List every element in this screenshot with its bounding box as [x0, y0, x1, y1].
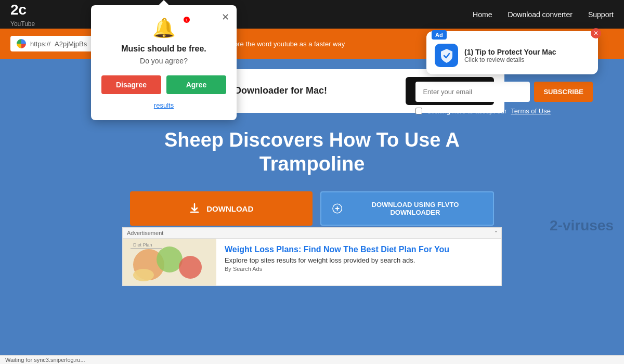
newsletter-section: SIGN UP FOR OUR SPECIAL OFFERS NEWSLETTE…: [415, 69, 593, 115]
popup-bell-area: 🔔 1: [101, 16, 226, 39]
nav-links: Home Download converter Support: [473, 10, 614, 19]
mac-ad-close-button[interactable]: ✕: [591, 28, 601, 38]
download-label: DOWNLOAD: [206, 204, 253, 213]
mac-ad-text: (1) Tip to Protect Your Mac Click to rev…: [464, 48, 556, 63]
ad-source: By Search Ads: [225, 266, 493, 272]
status-bar: Waiting for sync3.sniperlog.ru...: [0, 355, 624, 364]
shield-icon: [435, 44, 458, 67]
download-row: DOWNLOAD DOWNLOAD USING FLVTO DOWNLOADER: [130, 191, 494, 226]
status-text: Waiting for sync3.sniperlog.ru...: [5, 357, 85, 363]
terms-text: Clicking here to accept our: [426, 107, 506, 115]
popup-title: Music should be free.: [101, 44, 226, 54]
terms-checkbox[interactable]: [415, 108, 422, 114]
ad-title[interactable]: Weight Loss Plans: Find Now The Best Die…: [225, 245, 493, 254]
search-url-text: https://: [30, 40, 50, 48]
food-svg: Diet Plan: [123, 239, 216, 285]
ad-header: Advertisement ": [123, 228, 501, 239]
svg-point-6: [157, 246, 183, 272]
download-flvto-button[interactable]: DOWNLOAD USING FLVTO DOWNLOADER: [320, 191, 495, 226]
site-subtitle: YouTube: [10, 20, 35, 28]
shield-svg: [440, 48, 453, 63]
watermark: 2-viruses: [550, 217, 614, 234]
popup-subtitle: Do you agree?: [101, 57, 226, 65]
ad-badge: Ad: [432, 30, 447, 40]
mac-ad-title: (1) Tip to Protect Your Mac: [464, 48, 556, 56]
svg-point-7: [179, 256, 202, 279]
site-logo: 2c: [10, 2, 32, 18]
bottom-ad: Advertisement " Diet Plan Weight Loss Pl…: [122, 227, 502, 286]
ad-image: Diet Plan: [123, 239, 216, 285]
terms-row: Clicking here to accept our Terms of Use: [415, 107, 593, 115]
flvto-label: DOWNLOAD USING FLVTO DOWNLOADER: [348, 201, 483, 216]
agree-button[interactable]: Agree: [166, 75, 226, 94]
nav-home[interactable]: Home: [473, 10, 492, 19]
ad-text: Weight Loss Plans: Find Now The Best Die…: [216, 239, 501, 285]
ad-close-icon[interactable]: ": [495, 230, 497, 236]
subscribe-button[interactable]: SUBSCRIBE: [534, 82, 593, 102]
nav-support[interactable]: Support: [588, 10, 614, 19]
popup-buttons: Disagree Agree: [101, 75, 226, 94]
logo-area: 2c YouTube: [10, 2, 35, 28]
popup-results: results: [101, 100, 226, 110]
notification-badge: 1: [184, 17, 190, 23]
download-icon: [189, 203, 200, 214]
video-title: Sheep Discovers How To Use A Trampoline: [156, 128, 468, 176]
flvto-icon: [332, 203, 343, 214]
email-input[interactable]: [415, 82, 530, 102]
notification-popup: ✕ 🔔 1 Music should be free. Do you agree…: [91, 5, 237, 120]
mac-ad-inner: (1) Tip to Protect Your Mac Click to rev…: [435, 44, 556, 67]
ad-description: Explore top sites results for weight los…: [225, 256, 493, 264]
ad-content: Diet Plan Weight Loss Plans: Find Now Th…: [123, 239, 501, 285]
mac-ad-notification[interactable]: Ad ✕ (1) Tip to Protect Your Mac Click t…: [426, 31, 598, 74]
search-url-suffix: A2pjMjpBs: [55, 40, 87, 48]
nav-download-converter[interactable]: Download converter: [508, 10, 573, 19]
download-button[interactable]: DOWNLOAD: [130, 191, 313, 226]
results-link[interactable]: results: [154, 101, 174, 109]
disagree-button[interactable]: Disagree: [101, 75, 161, 94]
mac-ad-subtitle: Click to review details: [464, 56, 556, 63]
svg-rect-10: [131, 248, 162, 249]
bell-icon: 🔔: [152, 17, 176, 38]
popup-arrow: [159, 0, 169, 5]
svg-point-8: [133, 269, 154, 281]
google-icon: [17, 39, 26, 48]
ad-label: Advertisement: [127, 230, 163, 236]
svg-text:Diet Plan: Diet Plan: [133, 242, 152, 248]
terms-link[interactable]: Terms of Use: [511, 107, 551, 115]
newsletter-input-row: SUBSCRIBE: [415, 82, 593, 102]
